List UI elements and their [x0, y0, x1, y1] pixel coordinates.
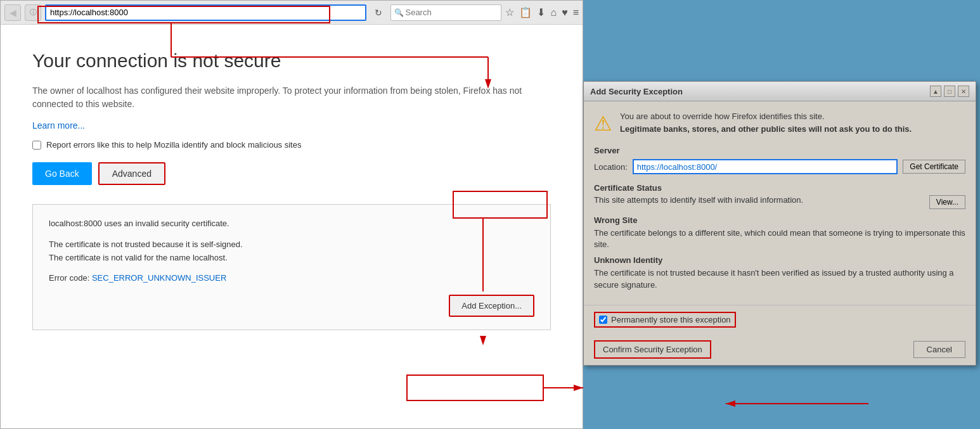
- error-title: Your connection is not secure: [32, 50, 551, 72]
- wrong-site-text: The certificate belongs to a different s…: [594, 227, 965, 250]
- home-icon[interactable]: ⌂: [550, 7, 557, 18]
- unknown-identity-text: The certificate is not trusted because i…: [594, 267, 965, 290]
- info-icon[interactable]: ⓘ: [25, 4, 41, 21]
- add-exception-row: Add Exception...: [49, 295, 534, 317]
- permanently-checkbox[interactable]: [599, 316, 607, 324]
- browser-toolbar: ◀ ⓘ ↻ 🔍 ☆ 📋 ⬇ ⌂ ♥ ≡: [1, 1, 583, 25]
- cert-status-label: Certificate Status: [594, 183, 965, 193]
- dialog-close-button[interactable]: ✕: [958, 86, 969, 97]
- location-label: Location:: [594, 162, 628, 172]
- cancel-button[interactable]: Cancel: [913, 341, 965, 358]
- toolbar-icons: ☆ 📋 ⬇ ⌂ ♥ ≡: [505, 6, 579, 18]
- learn-more-link[interactable]: Learn more...: [32, 120, 85, 131]
- cert-status-row: This site attempts to identify itself wi…: [594, 195, 965, 209]
- download-icon[interactable]: ⬇: [537, 6, 545, 18]
- dialog-titlebar-buttons: ▲ □ ✕: [930, 86, 969, 97]
- get-certificate-button[interactable]: Get Certificate: [903, 160, 965, 174]
- go-back-button[interactable]: Go Back: [32, 162, 92, 185]
- svg-marker-12: [726, 400, 735, 407]
- dialog-body: ⚠ You are about to override how Firefox …: [584, 101, 976, 305]
- error-code-label: Error code:: [49, 273, 92, 283]
- error-code-link[interactable]: SEC_ERROR_UNKNOWN_ISSUER: [92, 273, 226, 283]
- location-input[interactable]: [633, 159, 898, 174]
- warning-text-bold: Legitimate banks, stores, and other publ…: [620, 124, 912, 134]
- unknown-identity-label: Unknown Identity: [594, 255, 965, 265]
- dialog-up-button[interactable]: ▲: [930, 86, 941, 97]
- permanently-label: Permanently store this exception: [611, 315, 731, 324]
- search-input[interactable]: [390, 4, 501, 21]
- button-row: Go Back Advanced: [32, 162, 551, 185]
- error-description: The owner of localhost has configured th…: [32, 84, 551, 111]
- view-button[interactable]: View...: [929, 195, 965, 209]
- error-code-text: Error code: SEC_ERROR_UNKNOWN_ISSUER: [49, 272, 534, 285]
- dialog-footer: Permanently store this exception Confirm…: [584, 305, 976, 365]
- browser-window: ◀ ⓘ ↻ 🔍 ☆ 📋 ⬇ ⌂ ♥ ≡ Your connection is n…: [0, 0, 583, 429]
- warning-text: You are about to override how Firefox id…: [620, 110, 912, 135]
- bookmark-icon[interactable]: 📋: [519, 6, 532, 18]
- pocket-icon[interactable]: ♥: [562, 7, 568, 18]
- back-button[interactable]: ◀: [4, 4, 21, 21]
- wrong-site-label: Wrong Site: [594, 215, 965, 225]
- menu-icon[interactable]: ≡: [573, 7, 579, 18]
- report-checkbox-row: Report errors like this to help Mozilla …: [32, 140, 551, 150]
- report-label: Report errors like this to help Mozilla …: [46, 140, 301, 150]
- server-label: Server: [594, 146, 965, 155]
- star-icon[interactable]: ☆: [505, 6, 514, 18]
- advanced-box: localhost:8000 uses an invalid security …: [32, 204, 551, 330]
- footer-buttons: Confirm Security Exception Cancel: [594, 340, 965, 359]
- permanently-store-row: Permanently store this exception: [594, 312, 736, 328]
- dialog-title: Add Security Exception: [590, 87, 683, 96]
- warning-text-normal: You are about to override how Firefox id…: [620, 112, 825, 121]
- report-checkbox[interactable]: [32, 141, 41, 150]
- warning-row: ⚠ You are about to override how Firefox …: [594, 110, 965, 136]
- dialog-titlebar: Add Security Exception ▲ □ ✕: [584, 82, 976, 101]
- advanced-text-2: The certificate is not trusted because i…: [49, 238, 534, 265]
- advanced-text-1: localhost:8000 uses an invalid security …: [49, 217, 534, 231]
- cert-status-section: Certificate Status This site attempts to…: [594, 183, 965, 209]
- browser-content: Your connection is not secure The owner …: [1, 25, 583, 428]
- dialog-maximize-button[interactable]: □: [944, 86, 955, 97]
- add-exception-button[interactable]: Add Exception...: [449, 295, 534, 317]
- confirm-button[interactable]: Confirm Security Exception: [594, 340, 711, 359]
- cert-status-text: This site attempts to identify itself wi…: [594, 195, 803, 205]
- search-icon: 🔍: [394, 8, 404, 17]
- url-bar[interactable]: [45, 4, 366, 21]
- advanced-button[interactable]: Advanced: [98, 162, 165, 185]
- location-row: Location: Get Certificate: [594, 159, 965, 174]
- warning-icon: ⚠: [594, 112, 612, 136]
- add-security-exception-dialog: Add Security Exception ▲ □ ✕ ⚠ You are a…: [583, 81, 976, 366]
- reload-button[interactable]: ↻: [370, 4, 387, 21]
